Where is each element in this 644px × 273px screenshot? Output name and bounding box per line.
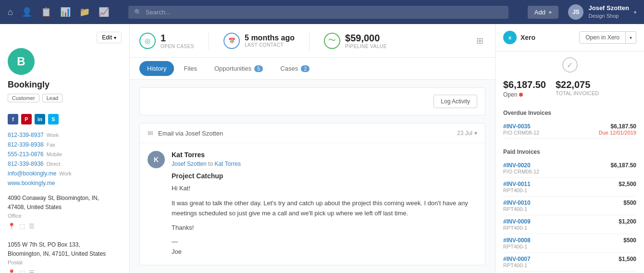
user-shop: Design Shop: [588, 12, 629, 19]
email-date-value: 23 Jul: [457, 130, 472, 136]
phone-mobile: 555-213-0876 Mobile: [8, 149, 122, 159]
calendar-icon[interactable]: 📋: [41, 7, 51, 17]
home-icon[interactable]: ⌂: [8, 7, 13, 17]
phone-fax-label: Fax: [47, 142, 55, 148]
phone-work-link[interactable]: 812-339-8937: [8, 132, 44, 138]
company-header: Edit ▾ B Bookingly Customer Lead: [0, 24, 129, 110]
address-copy-icon[interactable]: ⬚: [19, 222, 25, 232]
phone-mobile-label: Mobile: [47, 151, 62, 157]
inv-number[interactable]: #INV-0009: [503, 218, 531, 225]
facebook-icon[interactable]: f: [8, 114, 18, 124]
inv-paid-0009: #INV-0009 RPT400-1 $1,200: [503, 215, 636, 234]
website-link[interactable]: www.bookingly.me: [8, 180, 55, 186]
center-panel: ◎ 1 OPEN CASES 📅 5 months ago LAST CONTA…: [130, 24, 495, 273]
xero-total-invoiced: $22,075 Total Invoiced: [556, 79, 599, 98]
inv-right: $500: [623, 237, 636, 244]
inv-number[interactable]: #INV-0020: [503, 162, 539, 169]
email-content: Kat Torres Josef Szotten to Kat Torres P…: [172, 151, 477, 257]
analytics-icon[interactable]: 📊: [60, 7, 71, 17]
tab-history[interactable]: History: [139, 61, 174, 76]
address-postal-line2: Bloomington, IN, 47101, United States: [8, 249, 122, 259]
address-office-line1: 4090 Conaway St, Bloomington, IN,: [8, 194, 122, 203]
phone-direct-link[interactable]: 812-339-8936: [8, 161, 44, 167]
add-plus-icon: +: [548, 9, 552, 16]
search-bar[interactable]: 🔍: [128, 6, 508, 19]
inv-left: #INV-0020 P/O CRM08-12: [503, 162, 539, 174]
address-list-icon[interactable]: ☰: [29, 222, 35, 232]
map-pin-icon[interactable]: 📍: [8, 222, 15, 232]
open-xero-dropdown-button[interactable]: ▾: [626, 31, 636, 44]
xero-open-value: $6,187.50: [503, 79, 546, 90]
inv-po: P/O CRM08-12: [503, 169, 539, 174]
email-to-row: Josef Szotten to Kat Torres: [172, 161, 477, 167]
search-icon: 🔍: [134, 9, 142, 16]
log-activity-button[interactable]: Log Activity: [433, 95, 477, 108]
tab-opportunities[interactable]: Opportunities 5: [207, 61, 271, 76]
email-header: ✉ Email via Josef Szotten 23 Jul ▾: [140, 124, 485, 143]
linkedin-icon[interactable]: in: [35, 114, 45, 124]
inv-left: #INV-0008 RPT400-1: [503, 237, 531, 249]
phone-mobile-link[interactable]: 555-213-0876: [8, 151, 44, 158]
search-input[interactable]: [146, 9, 503, 16]
website-row: www.bookingly.me: [8, 178, 122, 188]
phone-fax-link[interactable]: 812-339-8938: [8, 141, 44, 148]
stat-divider-1: [209, 31, 209, 50]
left-sidebar: Edit ▾ B Bookingly Customer Lead f P in …: [0, 24, 130, 273]
stat-open-cases: ◎ 1 OPEN CASES: [139, 33, 194, 49]
pipeline-label: PIPELINE VALUE: [345, 44, 387, 49]
paid-invoices-section: Paid Invoices #INV-0020 P/O CRM08-12 $6,…: [495, 144, 644, 273]
inv-number[interactable]: #INV-0035: [503, 123, 539, 130]
open-in-xero-button[interactable]: Open in Xero: [579, 31, 626, 44]
xero-financials: $6,187.50 Open $22,075 Total Invoiced: [495, 73, 644, 105]
trends-icon[interactable]: 📈: [99, 7, 109, 17]
inv-right: $1,200: [619, 218, 636, 225]
email-date: 23 Jul ▾: [457, 130, 477, 136]
company-name: Bookingly: [8, 80, 50, 90]
pinterest-icon[interactable]: P: [21, 114, 32, 124]
edit-button[interactable]: Edit ▾: [97, 32, 122, 43]
stat-pipeline: 〜 $59,000 PIPELINE VALUE: [324, 33, 387, 49]
tab-cases[interactable]: Cases 2: [272, 61, 317, 76]
xero-app-name: Xero: [520, 34, 535, 41]
xero-open-amount: $6,187.50 Open: [503, 79, 546, 98]
email-body-signature-name: Joe: [172, 247, 477, 257]
files-icon[interactable]: 📁: [79, 7, 90, 17]
tab-files-label: Files: [184, 65, 197, 72]
email-sender-avatar: K: [148, 151, 165, 168]
user-info: JS Josef Szotten Design Shop ▾: [568, 4, 636, 20]
email-to-link[interactable]: Kat Torres: [214, 161, 240, 167]
email-from-link[interactable]: Josef Szotten: [172, 161, 207, 167]
stat-last-contact-detail: 5 months ago LAST CONTACT: [245, 34, 295, 48]
skype-icon[interactable]: S: [48, 114, 59, 124]
log-activity-bar: Log Activity: [139, 87, 485, 115]
avatar-initials: JS: [572, 9, 580, 15]
inv-left: #INV-0007 RPT400-1: [503, 256, 531, 268]
stat-pipeline-detail: $59,000 PIPELINE VALUE: [345, 33, 387, 49]
postal-copy-icon[interactable]: ⬚: [19, 268, 25, 273]
contacts-icon[interactable]: 👤: [22, 7, 32, 17]
inv-left: #INV-0035 P/O CRM08-12: [503, 123, 539, 136]
tab-files[interactable]: Files: [176, 61, 204, 76]
inv-po: RPT400-1: [503, 225, 531, 231]
address-office-line2: 47408, United States: [8, 203, 122, 212]
user-details: Josef Szotten Design Shop: [588, 4, 629, 19]
contact-info: 812-339-8937 Work 812-339-8938 Fax 555-2…: [0, 128, 129, 190]
inv-number[interactable]: #INV-0008: [503, 237, 531, 244]
grid-view-button[interactable]: ⊞: [474, 34, 485, 48]
email-body-line3: Thanks!: [172, 223, 477, 233]
add-button[interactable]: Add +: [528, 6, 559, 19]
postal-map-icon[interactable]: 📍: [8, 268, 15, 273]
chevron-down-icon[interactable]: ▾: [634, 10, 636, 15]
postal-list-icon[interactable]: ☰: [29, 268, 35, 273]
address-postal-line1: 1055 W 7th St, PO Box 133,: [8, 240, 122, 249]
email-row: info@bookingly.me Work: [8, 169, 122, 178]
edit-label: Edit: [102, 34, 112, 41]
email-link[interactable]: info@bookingly.me: [8, 170, 56, 177]
expand-icon[interactable]: ▾: [474, 130, 477, 136]
inv-number[interactable]: #INV-0010: [503, 199, 531, 206]
inv-number[interactable]: #INV-0007: [503, 256, 531, 262]
pipeline-value: $59,000: [345, 33, 387, 44]
inv-paid-0020: #INV-0020 P/O CRM08-12 $6,187.50: [503, 159, 636, 178]
inv-number[interactable]: #INV-0011: [503, 181, 531, 187]
inv-amount: $6,187.50: [611, 162, 636, 169]
